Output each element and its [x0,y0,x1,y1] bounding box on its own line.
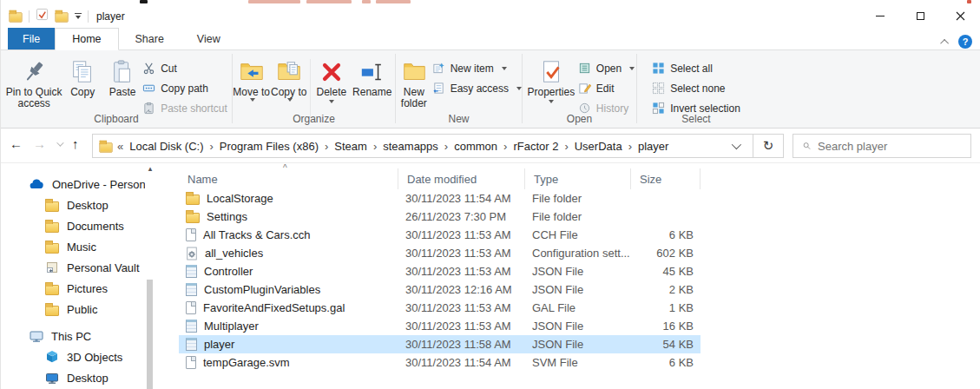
sidebar-item-label: Music [67,241,96,254]
file-name-cell: LocalStorage [179,192,398,205]
back-button[interactable]: ← [10,136,23,151]
cut-button[interactable]: Cut [142,61,227,76]
sidebar-scrollbar[interactable]: ▴ [145,163,155,389]
properties-label: Properties [527,87,575,98]
sidebar-item-onedrive[interactable]: OneDrive - Personal [1,174,155,194]
new-folder-label: New folder [396,87,432,109]
file-row[interactable]: tempGarage.svm 30/11/2023 11:54 AM SVM F… [179,353,700,372]
sidebar-item-this-pc[interactable]: This PC [1,326,155,346]
file-type: SVM File [525,356,631,369]
new-item-button[interactable]: New item [432,61,522,76]
sidebar-item-pictures[interactable]: Pictures [1,278,155,299]
sort-ascending-icon: ^ [283,163,287,173]
breadcrumb-item[interactable]: Steam [328,140,373,153]
tab-view[interactable]: View [181,28,237,49]
cut-label: Cut [161,63,177,75]
sidebar-item-3d-objects[interactable]: 3D Objects [1,346,155,367]
dropdown-caret [629,67,635,70]
file-row[interactable]: Settings 26/11/2023 7:30 PM File folder [179,208,700,226]
file-type: JSON File [525,320,631,333]
pin-label: Pin to Quick access [5,87,62,109]
search-input[interactable] [818,140,970,153]
file-row[interactable]: CustomPluginVariables 30/11/2023 12:16 A… [179,280,700,299]
file-name: Multiplayer [204,320,259,333]
close-button[interactable] [940,4,980,28]
file-name-cell: Settings [179,210,398,223]
up-button[interactable]: ↑ [72,136,79,151]
artifact [362,0,371,3]
maximize-button[interactable] [900,4,940,28]
easy-access-icon [432,82,445,95]
forward-button[interactable]: → [33,136,46,151]
tab-share[interactable]: Share [119,28,181,49]
breadcrumb-item[interactable]: Program Files (x86) [214,140,325,153]
sidebar-item-documents[interactable]: Documents [1,215,155,236]
file-row[interactable]: All Tracks & Cars.cch 30/11/2023 11:53 A… [179,226,700,244]
move-to-label: Move to [233,87,270,98]
select-none-icon [652,82,665,95]
scrollbar-thumb[interactable] [147,280,153,389]
pin-icon [20,57,48,87]
select-none-button[interactable]: Select none [652,81,740,96]
search-box[interactable] [793,134,971,158]
file-row[interactable]: Controller 30/11/2023 11:53 AM JSON File… [179,262,700,280]
properties-quick-icon[interactable] [36,8,49,24]
tab-file[interactable]: File [8,28,55,49]
copy-path-button[interactable]: Copy path [142,81,227,96]
sidebar-item-public[interactable]: Public [1,299,155,320]
folder-icon [186,194,200,205]
scroll-up-icon[interactable]: ▴ [145,163,155,174]
file-name: LocalStorage [207,192,273,205]
breadcrumb-item[interactable]: Local Disk (C:) [123,140,209,153]
breadcrumb-item[interactable]: UserData [569,140,628,153]
easy-access-button[interactable]: Easy access [432,81,522,96]
edit-button[interactable]: Edit [578,81,635,96]
customize-quick-access-icon[interactable] [75,13,82,19]
sidebar-item-label: 3D Objects [67,351,122,364]
breadcrumb-overflow[interactable]: « [117,140,123,153]
tab-home[interactable]: Home [55,28,118,50]
file-row[interactable]: Multiplayer 30/11/2023 11:53 AM JSON Fil… [179,317,700,335]
open-label: Open [596,63,622,75]
address-bar-row: ← → ↑ « Local Disk (C:) › Program Files … [1,129,980,163]
file-date: 30/11/2023 11:53 AM [398,301,525,314]
minimize-icon [876,16,885,16]
address-box[interactable]: « Local Disk (C:) › Program Files (x86) … [92,134,784,158]
select-all-button[interactable]: Select all [652,61,740,76]
breadcrumb-item[interactable]: rFactor 2 [507,140,564,153]
column-header-date[interactable]: Date modified [398,168,525,189]
file-row-selected[interactable]: player 30/11/2023 11:58 AM JSON File 54 … [179,335,700,353]
sidebar-item-desktop-pc[interactable]: Desktop [1,367,155,388]
sidebar-item-music[interactable]: Music [1,236,155,257]
json-file-icon [186,283,197,296]
new-folder-icon [401,57,427,87]
sidebar-item-personal-vault[interactable]: Personal Vault [1,257,155,278]
breadcrumb-item[interactable]: common [448,140,503,153]
file-row[interactable]: FavoriteAndFixedSetups.gal 30/11/2023 11… [179,299,700,317]
column-header-size[interactable]: Size [631,168,700,189]
ribbon-group-new: New folder New item Easy access New [396,50,522,128]
file-name-cell: All Tracks & Cars.cch [179,228,398,241]
refresh-button[interactable]: ↻ [753,138,783,154]
recent-locations-icon[interactable] [56,139,63,146]
minimize-button[interactable] [860,4,900,28]
help-icon[interactable]: ? [958,35,972,49]
sidebar-item-label: Pictures [67,282,108,295]
breadcrumb-item[interactable]: steamapps [377,140,444,153]
column-header-type[interactable]: Type [525,168,631,189]
open-button[interactable]: Open [578,61,635,76]
file-size: 6 KB [631,228,700,241]
file-size: 1 KB [631,301,700,314]
column-header-name[interactable]: ^ Name [179,168,398,189]
cube-icon [45,350,59,364]
new-folder-quick-icon[interactable] [55,12,68,22]
address-dropdown-icon[interactable] [732,140,741,149]
file-name: all_vehicles [205,247,263,260]
json-file-icon [186,320,197,333]
edit-icon [578,82,591,95]
file-row[interactable]: all_vehicles 30/11/2023 11:53 AM Configu… [179,244,700,262]
file-row[interactable]: LocalStorage 30/11/2023 11:54 AM File fo… [179,189,700,208]
dropdown-caret [549,100,554,103]
breadcrumb-item[interactable]: player [632,140,674,153]
sidebar-item-desktop-onedrive[interactable]: Desktop [1,194,155,215]
